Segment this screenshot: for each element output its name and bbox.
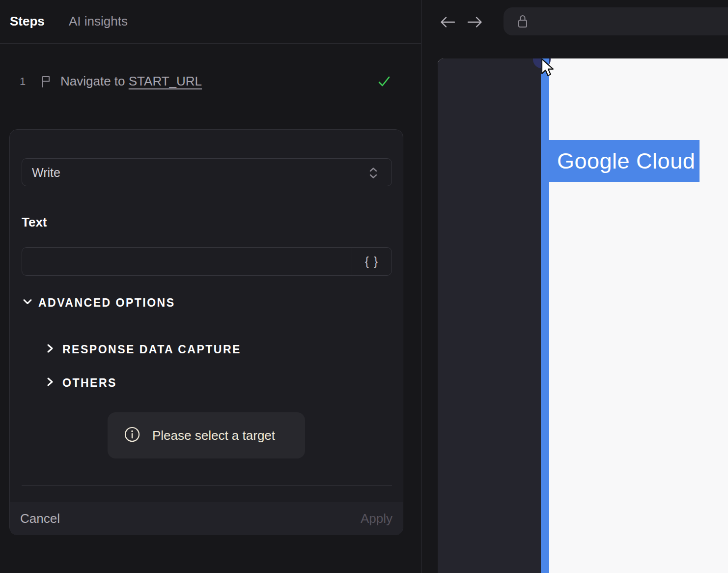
info-icon — [124, 426, 140, 445]
page-dark-region — [438, 58, 541, 573]
tab-ai-insights[interactable]: AI insights — [69, 14, 128, 29]
others-toggle[interactable]: OTHERS — [45, 376, 117, 390]
editor-footer: Cancel Apply — [10, 502, 403, 535]
chevron-right-icon — [45, 343, 56, 356]
google-cloud-logo-text: Google Cloud — [557, 148, 695, 174]
advanced-options-toggle[interactable]: ADVANCED OPTIONS — [22, 296, 175, 310]
element-highlight-bar — [541, 58, 549, 573]
apply-button[interactable]: Apply — [361, 511, 392, 526]
select-updown-chevrons-icon — [366, 165, 381, 183]
response-data-capture-toggle[interactable]: RESPONSE DATA CAPTURE — [45, 343, 241, 356]
response-data-capture-label: RESPONSE DATA CAPTURE — [62, 343, 241, 356]
text-input[interactable] — [22, 248, 352, 275]
action-select-value: Write — [32, 166, 60, 180]
step-label: Navigate to START_URL — [60, 74, 202, 89]
arrow-left-icon — [438, 14, 457, 30]
step-editor-card: Write Text { } ADVA — [9, 129, 403, 535]
url-bar[interactable] — [504, 7, 728, 35]
insert-token-button[interactable]: { } — [352, 248, 392, 275]
step-action-text: Navigate to — [60, 74, 125, 88]
step-number: 1 — [20, 75, 26, 88]
tab-steps[interactable]: Steps — [10, 14, 45, 29]
browser-panel: Google Cloud — [421, 0, 728, 573]
flag-icon — [39, 75, 53, 90]
select-target-notice-text: Please select a target — [152, 428, 275, 443]
google-cloud-logo-highlight[interactable]: Google Cloud — [549, 140, 700, 182]
step-success-check-icon — [376, 74, 392, 91]
back-button[interactable] — [438, 13, 457, 31]
lock-icon — [516, 13, 530, 32]
chevron-down-icon — [22, 296, 33, 310]
card-divider — [22, 486, 392, 486]
steps-panel: Steps AI insights 1 Navigate to START_UR… — [0, 0, 421, 573]
forward-button[interactable] — [466, 13, 484, 31]
others-label: OTHERS — [62, 376, 117, 390]
text-field-label: Text — [22, 215, 47, 230]
app-window: Steps AI insights 1 Navigate to START_UR… — [0, 0, 728, 573]
arrow-right-icon — [466, 14, 484, 30]
step-row[interactable]: 1 Navigate to START_URL — [0, 69, 421, 95]
action-select[interactable]: Write — [22, 158, 392, 186]
panel-tabs: Steps AI insights — [0, 0, 421, 43]
cancel-button[interactable]: Cancel — [20, 511, 60, 526]
chevron-right-icon — [45, 376, 56, 390]
text-input-group: { } — [22, 247, 392, 276]
select-target-notice: Please select a target — [108, 412, 305, 458]
page-viewport[interactable]: Google Cloud — [438, 58, 728, 573]
step-target-link[interactable]: START_URL — [129, 74, 202, 88]
advanced-options-label: ADVANCED OPTIONS — [38, 296, 175, 310]
